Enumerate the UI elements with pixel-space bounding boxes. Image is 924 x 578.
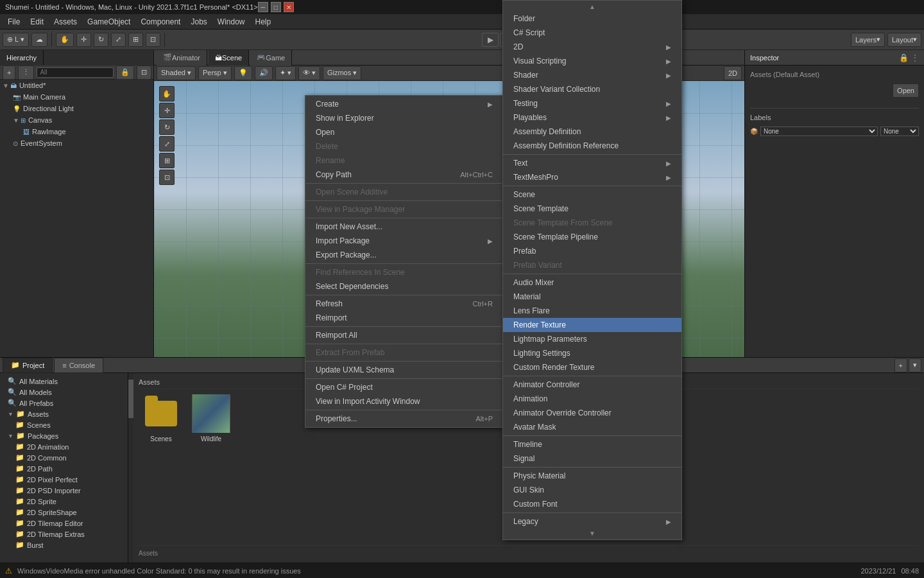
tree-item-untitled[interactable]: ▼ 🏔 Untitled*	[0, 80, 153, 91]
sub-animator-controller[interactable]: Animator Controller	[503, 378, 681, 392]
toolbar-custom[interactable]: ⊡	[146, 33, 160, 47]
ctx-export-package[interactable]: Export Package...	[305, 248, 503, 262]
sub-shader-variant[interactable]: Shader Variant Collection	[503, 82, 681, 96]
close-btn[interactable]: ✕	[284, 2, 294, 12]
hierarchy-more-btn[interactable]: ⋮	[18, 66, 34, 80]
sidebar-2d-psd[interactable]: 📁 2D PSD Importer	[0, 485, 128, 496]
inspector-more-icon[interactable]: ⋮	[911, 53, 919, 62]
ctx-view-import[interactable]: View in Import Activity Window	[305, 394, 503, 408]
sub-assembly-def-ref[interactable]: Assembly Definition Reference	[503, 139, 681, 153]
ctx-properties[interactable]: Properties... Alt+P	[305, 412, 503, 426]
scene-lights-btn[interactable]: 💡	[234, 66, 252, 80]
sub-scene[interactable]: Scene	[503, 188, 681, 202]
scene-audio-btn[interactable]: 🔊	[255, 66, 273, 80]
sidebar-scenes-folder[interactable]: 📁 Scenes	[0, 419, 128, 430]
scene-tool-5[interactable]: ⊞	[159, 153, 175, 168]
sidebar-2d-common[interactable]: 📁 2D Common	[0, 452, 128, 463]
scene-tool-4[interactable]: ⤢	[159, 136, 175, 152]
sub-avatar-mask[interactable]: Avatar Mask	[503, 420, 681, 434]
scene-shading-btn[interactable]: Shaded ▾	[157, 66, 196, 80]
sub-material[interactable]: Material	[503, 290, 681, 304]
sub-physic-material[interactable]: Physic Material	[503, 469, 681, 483]
sidebar-all-models[interactable]: 🔍 All Models	[0, 387, 128, 398]
bottom-sidebar-scrollbar[interactable]	[128, 373, 133, 563]
sub-assembly-def[interactable]: Assembly Definition	[503, 125, 681, 139]
hierarchy-add-btn[interactable]: +	[3, 66, 15, 80]
sub-scene-template[interactable]: Scene Template	[503, 202, 681, 216]
tree-item-eventsystem[interactable]: ⊙ EventSystem	[0, 137, 153, 149]
tab-hierarchy[interactable]: Hierarchy	[0, 50, 44, 66]
sub-animator-override[interactable]: Animator Override Controller	[503, 406, 681, 420]
sub-custom-render-texture[interactable]: Custom Render Texture	[503, 360, 681, 374]
menu-component[interactable]: Component	[135, 16, 185, 28]
inspector-bundle-select2[interactable]: None	[880, 127, 919, 136]
toolbar-account[interactable]: ⊕ L ▾	[3, 33, 29, 47]
sidebar-2d-path[interactable]: 📁 2D Path	[0, 463, 128, 474]
scene-persp-btn[interactable]: Persp ▾	[198, 66, 232, 80]
sub-legacy[interactable]: Legacy ▶	[503, 514, 681, 529]
ctx-open-csharp[interactable]: Open C# Project	[305, 380, 503, 394]
ctx-refresh[interactable]: Refresh Ctrl+R	[305, 297, 503, 311]
sub-animation[interactable]: Animation	[503, 392, 681, 406]
hierarchy-pin-btn[interactable]: ⊡	[137, 66, 151, 80]
sub-lighting-settings[interactable]: Lighting Settings	[503, 346, 681, 360]
sub-prefab[interactable]: Prefab	[503, 244, 681, 258]
submenu-scroll-up[interactable]: ▲	[503, 2, 681, 12]
tab-scene[interactable]: 🏔 Scene	[209, 50, 249, 66]
sub-scene-template-pipeline[interactable]: Scene Template Pipeline	[503, 230, 681, 244]
sidebar-packages-folder[interactable]: ▼ 📁 Packages	[0, 430, 128, 441]
sub-2d[interactable]: 2D ▶	[503, 40, 681, 54]
play-btn[interactable]: ▶	[482, 33, 499, 47]
sub-signal[interactable]: Signal	[503, 451, 681, 466]
tab-project[interactable]: 📁 Project	[3, 358, 53, 373]
sub-gui-skin[interactable]: GUI Skin	[503, 483, 681, 497]
submenu-scroll-down[interactable]: ▼	[503, 529, 681, 538]
ctx-update-uxml[interactable]: Update UXML Schema	[305, 363, 503, 377]
scene-tool-2[interactable]: ✛	[159, 103, 175, 118]
scene-fx-btn[interactable]: ✦ ▾	[275, 66, 296, 80]
layout-btn[interactable]: Layout ▾	[887, 33, 921, 47]
sub-lens-flare[interactable]: Lens Flare	[503, 304, 681, 318]
sub-custom-font[interactable]: Custom Font	[503, 497, 681, 511]
sidebar-2d-tilemap-editor[interactable]: 📁 2D Tilemap Editor	[0, 518, 128, 529]
tab-animator[interactable]: 🎬 Animator	[157, 50, 207, 66]
toolbar-rotate[interactable]: ↻	[94, 33, 108, 47]
tree-item-maincamera[interactable]: 📷 Main Camera	[0, 91, 153, 103]
sub-visual-scripting[interactable]: Visual Scripting ▶	[503, 54, 681, 68]
sub-render-texture[interactable]: Render Texture	[503, 318, 681, 332]
menu-window[interactable]: Window	[212, 16, 250, 28]
sub-audio-mixer[interactable]: Audio Mixer	[503, 276, 681, 290]
scene-2d-btn[interactable]: 2D	[724, 66, 742, 80]
layers-btn[interactable]: Layers ▾	[851, 33, 885, 47]
sidebar-all-prefabs[interactable]: 🔍 All Prefabs	[0, 398, 128, 408]
sidebar-2d-animation[interactable]: 📁 2D Animation	[0, 441, 128, 452]
toolbar-cloud[interactable]: ☁	[31, 33, 47, 47]
sub-textmeshpro[interactable]: TextMeshPro ▶	[503, 170, 681, 184]
menu-jobs[interactable]: Jobs	[185, 16, 212, 28]
menu-file[interactable]: File	[3, 16, 25, 28]
sub-timeline[interactable]: Timeline	[503, 437, 681, 451]
tab-game[interactable]: 🎮 Game	[250, 50, 292, 66]
inspector-lock-icon[interactable]: 🔒	[899, 53, 909, 62]
sidebar-assets-folder[interactable]: ▼ 📁 Assets	[0, 408, 128, 419]
ctx-import-new[interactable]: Import New Asset...	[305, 220, 503, 234]
minimize-btn[interactable]: ─	[258, 2, 268, 12]
sidebar-2d-sprite[interactable]: 📁 2D Sprite	[0, 496, 128, 507]
tree-item-rawimage[interactable]: 🖼 RawImage	[0, 126, 153, 137]
maximize-btn[interactable]: □	[271, 2, 281, 12]
inspector-bundle-select[interactable]: None	[760, 127, 878, 136]
sub-text[interactable]: Text ▶	[503, 156, 681, 170]
ctx-reimport[interactable]: Reimport	[305, 311, 503, 325]
hierarchy-lock-btn[interactable]: 🔒	[116, 66, 134, 80]
ctx-reimport-all[interactable]: Reimport All	[305, 328, 503, 342]
ctx-import-package[interactable]: Import Package ▶	[305, 234, 503, 248]
toolbar-hand[interactable]: ✋	[56, 33, 74, 47]
ctx-select-deps[interactable]: Select Dependencies	[305, 279, 503, 293]
toolbar-transform[interactable]: ⊞	[128, 33, 143, 47]
sidebar-2d-tilemap-extras[interactable]: 📁 2D Tilemap Extras	[0, 529, 128, 539]
asset-scenes[interactable]: Scenes	[139, 394, 184, 442]
sidebar-2d-pixel[interactable]: 📁 2D Pixel Perfect	[0, 474, 128, 485]
ctx-create[interactable]: Create ▶	[305, 97, 503, 111]
tab-console[interactable]: ≡ Console	[54, 358, 103, 373]
scrollbar-thumb[interactable]	[128, 380, 133, 418]
